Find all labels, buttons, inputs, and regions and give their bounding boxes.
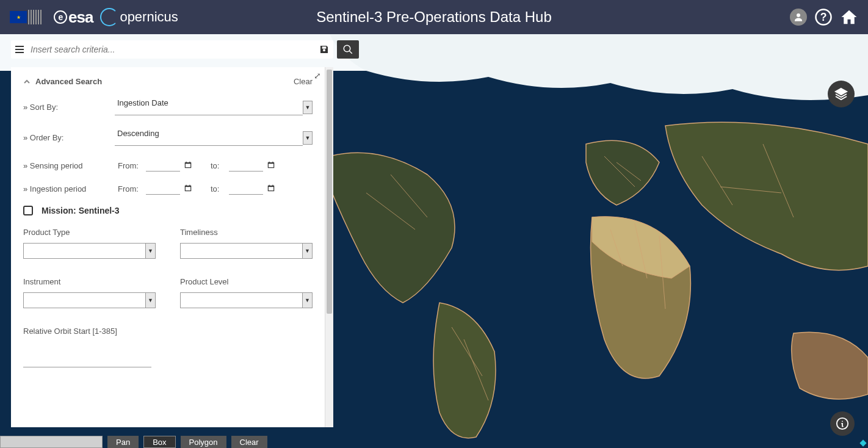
chevron-down-icon: ▼ bbox=[302, 293, 312, 308]
svg-rect-7 bbox=[186, 164, 190, 167]
calendar-icon[interactable] bbox=[267, 184, 275, 194]
sort-by-label: » Sort By: bbox=[23, 103, 115, 112]
info-button[interactable] bbox=[830, 411, 855, 436]
panel-scrollbar[interactable] bbox=[325, 67, 333, 427]
layers-button[interactable] bbox=[828, 81, 855, 107]
orbit-start-input[interactable] bbox=[23, 354, 151, 367]
main-area: ⤢ Advanced Search Clear » Sort By: Inges… bbox=[0, 34, 868, 448]
chevron-down-icon: ▼ bbox=[302, 244, 312, 258]
expand-icon[interactable]: ⤢ bbox=[314, 71, 321, 81]
page-title: Sentinel-3 Pre-Operations Data Hub bbox=[316, 9, 552, 26]
search-button[interactable] bbox=[337, 40, 359, 59]
copernicus-logo: opernicus bbox=[100, 8, 178, 26]
advanced-search-panel: ⤢ Advanced Search Clear » Sort By: Inges… bbox=[11, 67, 333, 427]
svg-point-5 bbox=[344, 45, 350, 52]
map-toolbar: Pan Box Polygon Clear bbox=[0, 436, 267, 448]
search-input[interactable] bbox=[28, 45, 315, 54]
ingestion-to-input[interactable] bbox=[229, 182, 263, 195]
calendar-icon[interactable] bbox=[267, 161, 275, 171]
instrument-select[interactable]: ▼ bbox=[23, 292, 156, 308]
product-level-select[interactable]: ▼ bbox=[180, 292, 313, 308]
mission-checkbox[interactable] bbox=[23, 206, 33, 215]
product-level-label: Product Level bbox=[180, 277, 313, 286]
svg-rect-9 bbox=[269, 164, 273, 167]
svg-text:?: ? bbox=[820, 11, 827, 23]
clear-link[interactable]: Clear bbox=[294, 77, 313, 86]
svg-rect-11 bbox=[186, 187, 190, 190]
product-type-label: Product Type bbox=[23, 228, 156, 237]
advanced-search-title[interactable]: Advanced Search bbox=[23, 77, 102, 86]
ingestion-period-label: » Ingestion period bbox=[23, 184, 118, 193]
sensing-from-input[interactable] bbox=[146, 159, 180, 172]
timeliness-label: Timeliness bbox=[180, 228, 313, 237]
menu-icon[interactable] bbox=[11, 46, 28, 53]
home-icon[interactable] bbox=[840, 8, 858, 26]
search-bar bbox=[11, 40, 333, 59]
sensing-period-label: » Sensing period bbox=[23, 161, 118, 170]
instrument-label: Instrument bbox=[23, 277, 156, 286]
save-search-icon[interactable] bbox=[315, 45, 333, 54]
sensing-to-input[interactable] bbox=[229, 159, 263, 172]
svg-rect-13 bbox=[269, 187, 273, 190]
mission-label: Mission: Sentinel-3 bbox=[42, 206, 120, 215]
help-icon[interactable]: ? bbox=[814, 8, 833, 26]
sort-by-select[interactable]: Ingestion Date ▼ bbox=[115, 98, 313, 115]
product-type-select[interactable]: ▼ bbox=[23, 243, 156, 259]
order-by-label: » Order By: bbox=[23, 133, 115, 142]
orbit-start-label: Relative Orbit Start [1-385] bbox=[23, 327, 313, 336]
box-tool-button[interactable]: Box bbox=[143, 436, 175, 448]
chevron-down-icon: ▼ bbox=[145, 293, 155, 308]
logo-group: eesa opernicus bbox=[10, 5, 178, 29]
calendar-icon[interactable] bbox=[184, 161, 192, 171]
calendar-icon[interactable] bbox=[184, 184, 192, 194]
pan-tool-button[interactable]: Pan bbox=[107, 436, 139, 448]
timeliness-select[interactable]: ▼ bbox=[180, 243, 313, 259]
svg-point-0 bbox=[797, 13, 800, 17]
chevron-down-icon: ▼ bbox=[145, 244, 155, 258]
ingestion-from-input[interactable] bbox=[146, 182, 180, 195]
chevron-down-icon: ▼ bbox=[303, 131, 313, 145]
chevron-up-icon bbox=[23, 78, 31, 85]
clear-tool-button[interactable]: Clear bbox=[231, 436, 267, 448]
app-header: eesa opernicus Sentinel-3 Pre-Operations… bbox=[0, 0, 868, 34]
european-commission-logo bbox=[10, 5, 46, 29]
order-by-select[interactable]: Descending ▼ bbox=[115, 129, 313, 146]
polygon-tool-button[interactable]: Polygon bbox=[181, 436, 226, 448]
esa-logo: eesa bbox=[54, 8, 93, 27]
zoom-slider bbox=[0, 436, 103, 448]
chevron-down-icon: ▼ bbox=[303, 101, 313, 114]
user-account-icon[interactable] bbox=[790, 9, 807, 26]
